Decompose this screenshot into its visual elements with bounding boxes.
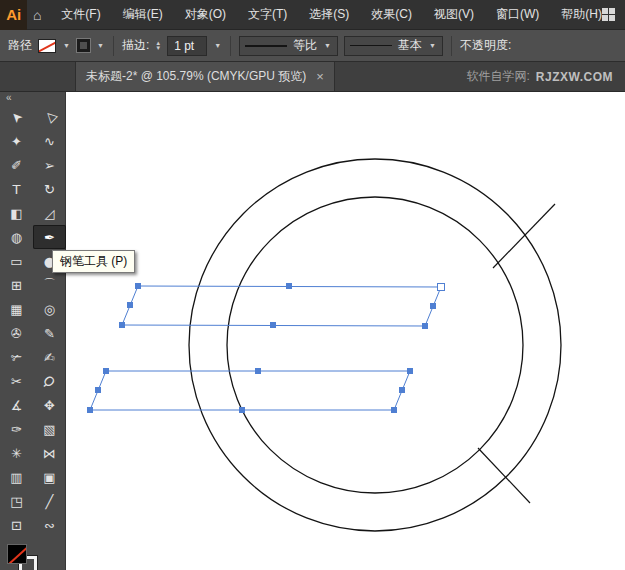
spiral-tool[interactable]: ✇: [0, 321, 33, 345]
grid-tool-icon: ▦: [10, 302, 22, 317]
circle-path[interactable]: [189, 159, 561, 531]
stroke-preview-line: [245, 45, 287, 47]
rotate-tool[interactable]: ↻: [33, 177, 66, 201]
illustrator-window: { "menubar": { "logo": "Ai", "home_icon"…: [0, 0, 625, 570]
column-graph-tool[interactable]: ▥: [0, 465, 33, 489]
width-profile-arrow[interactable]: ▼: [323, 42, 332, 49]
anchor-point[interactable]: [128, 303, 133, 308]
measure-tool[interactable]: ∡: [0, 393, 33, 417]
anchor-point[interactable]: [271, 323, 276, 328]
menu-edit[interactable]: 编辑(E): [123, 6, 163, 23]
menu-effect[interactable]: 效果(C): [371, 6, 412, 23]
width-tool[interactable]: ⋈: [33, 441, 66, 465]
fill-swatch[interactable]: [38, 39, 56, 53]
anchor-point[interactable]: [392, 408, 397, 413]
smooth-tool[interactable]: ⌒: [33, 273, 66, 297]
menu-view[interactable]: 视图(V): [434, 6, 474, 23]
pencil-tool-icon: ✎: [44, 326, 55, 341]
menu-select[interactable]: 选择(S): [309, 6, 349, 23]
slice-tool[interactable]: ╱: [33, 489, 66, 513]
eyedropper-tool[interactable]: ✑: [0, 417, 33, 441]
direct-selection-tool-icon: ▷: [41, 108, 59, 126]
stroke-swatch[interactable]: [77, 39, 90, 52]
home-icon[interactable]: ⌂: [27, 7, 47, 23]
curvature-tool[interactable]: ➢: [33, 153, 66, 177]
blend-tool-icon: ∾: [44, 518, 55, 533]
symbol-sprayer-tool[interactable]: ✳: [0, 441, 33, 465]
stroke-dropdown-arrow[interactable]: ▼: [96, 42, 105, 49]
hand-tool-icon: ✥: [44, 398, 55, 413]
separator: [230, 36, 231, 56]
selection-tool[interactable]: ➤: [0, 105, 33, 129]
width-profile-dropdown[interactable]: 等比 ▼: [239, 36, 338, 56]
menu-window[interactable]: 窗口(W): [496, 6, 539, 23]
perspective-grid-tool[interactable]: ◳: [0, 489, 33, 513]
anchor-point[interactable]: [120, 323, 125, 328]
tick-line[interactable]: [493, 204, 555, 268]
tab-close-icon[interactable]: ×: [316, 69, 324, 84]
stroke-weight-field[interactable]: 1 pt: [167, 36, 207, 56]
app-logo[interactable]: Ai: [0, 0, 27, 30]
pen-tool[interactable]: ✒: [33, 225, 66, 249]
main-area: « ➤▷✦∿✐➢T↻◧◿◍✒▭●⊞⌒▦◎✇✎✃✍✂Ϙ∡✥✑▧✳⋈▥▣◳╱⊡∾: [0, 92, 625, 570]
stroke-weight-dropdown-arrow[interactable]: ▼: [213, 42, 222, 49]
anchor-point[interactable]: [240, 408, 245, 413]
rectangle-tool[interactable]: ▭: [0, 249, 33, 273]
shape-builder-tool[interactable]: ◍: [0, 225, 33, 249]
mesh-tool[interactable]: ⊞: [0, 273, 33, 297]
width-profile-value: 等比: [293, 37, 317, 54]
blend-tool[interactable]: ∾: [33, 513, 66, 537]
stroke-weight-spinner[interactable]: ▲ ▼: [155, 41, 161, 51]
shaper-tool-icon: ✍: [44, 350, 55, 365]
eraser-tool[interactable]: ◧: [0, 201, 33, 225]
menu-object[interactable]: 对象(O): [185, 6, 226, 23]
collapse-panel-icon[interactable]: «: [0, 92, 65, 105]
direct-selection-tool[interactable]: ▷: [33, 105, 66, 129]
brush-definition-dropdown[interactable]: 基本 ▼: [344, 36, 443, 56]
rotate-tool-icon: ↻: [44, 182, 55, 197]
anchor-point[interactable]: [400, 388, 405, 393]
menu-type[interactable]: 文字(T): [248, 6, 287, 23]
lasso-tool[interactable]: ∿: [33, 129, 66, 153]
menu-file[interactable]: 文件(F): [61, 6, 100, 23]
selected-parallelogram-path[interactable]: [122, 286, 441, 326]
grid-tool[interactable]: ▦: [0, 297, 33, 321]
anchor-point[interactable]: [408, 369, 413, 374]
anchor-point[interactable]: [438, 284, 445, 291]
anchor-point[interactable]: [431, 304, 436, 309]
menu-help[interactable]: 帮助(H): [561, 6, 602, 23]
artboard-tool[interactable]: ▣: [33, 465, 66, 489]
type-tool[interactable]: T: [0, 177, 33, 201]
spin-down-icon[interactable]: ▼: [155, 46, 161, 51]
anchor-point[interactable]: [136, 284, 141, 289]
anchor-point[interactable]: [423, 324, 428, 329]
scissors-tool[interactable]: ✂: [0, 369, 33, 393]
magic-wand-tool[interactable]: ✦: [0, 129, 33, 153]
document-tab[interactable]: 未标题-2* @ 105.79% (CMYK/GPU 预览) ×: [75, 62, 335, 91]
anchor-point[interactable]: [88, 408, 93, 413]
artboard-tool-icon: ▣: [43, 470, 55, 485]
shaper-tool[interactable]: ✍: [33, 345, 66, 369]
artboard-canvas[interactable]: [66, 92, 625, 570]
scale-tool[interactable]: ◿: [33, 201, 66, 225]
fill-dropdown-arrow[interactable]: ▼: [62, 42, 71, 49]
anchor-point[interactable]: [256, 369, 261, 374]
eyedropper-tool-icon: ✑: [11, 422, 22, 437]
arrange-documents-icon[interactable]: [602, 8, 615, 21]
width-tool-icon: ⋈: [43, 446, 56, 461]
paintbrush-tool[interactable]: ✐: [0, 153, 33, 177]
hand-tool[interactable]: ✥: [33, 393, 66, 417]
selected-parallelogram-path[interactable]: [90, 371, 410, 410]
zoom-tool[interactable]: Ϙ: [33, 369, 66, 393]
brush-definition-arrow[interactable]: ▼: [428, 42, 437, 49]
anchor-point[interactable]: [104, 369, 109, 374]
pencil-tool[interactable]: ✎: [33, 321, 66, 345]
gradient-tool[interactable]: ▧: [33, 417, 66, 441]
fill-color-swatch[interactable]: [7, 544, 27, 564]
polar-grid-tool[interactable]: ◎: [33, 297, 66, 321]
anchor-point[interactable]: [96, 388, 101, 393]
anchor-point[interactable]: [287, 284, 292, 289]
knife-tool[interactable]: ✃: [0, 345, 33, 369]
fill-stroke-swatches[interactable]: [7, 544, 43, 570]
free-transform-tool[interactable]: ⊡: [0, 513, 33, 537]
